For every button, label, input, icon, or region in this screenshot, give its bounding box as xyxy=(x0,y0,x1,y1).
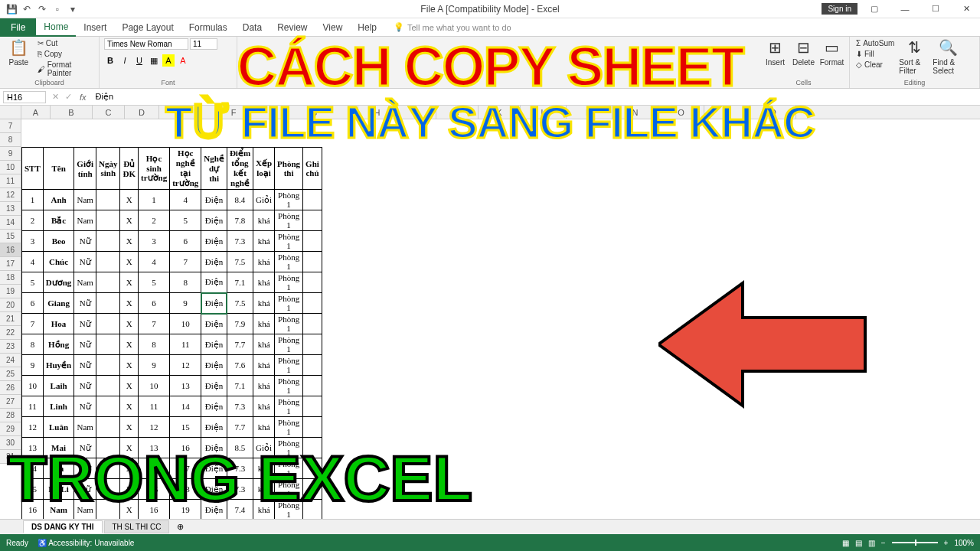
cell[interactable]: X xyxy=(120,376,139,396)
cell[interactable]: 8 xyxy=(138,334,169,355)
cell[interactable] xyxy=(96,355,120,376)
cell[interactable]: 8 xyxy=(170,272,201,293)
cell[interactable]: Nam xyxy=(74,500,96,520)
row-header[interactable]: 11 xyxy=(0,174,21,188)
cell[interactable]: khá xyxy=(253,210,275,231)
row-header[interactable]: 8 xyxy=(0,133,21,147)
find-select-button[interactable]: 🔍Find & Select xyxy=(933,38,963,75)
col-header[interactable]: H xyxy=(358,106,397,119)
cell[interactable]: Hoa xyxy=(43,314,74,334)
cell[interactable]: 9 xyxy=(138,355,169,376)
cell[interactable] xyxy=(303,479,322,500)
cell[interactable]: Hồng xyxy=(43,334,74,355)
cell[interactable]: 9 xyxy=(22,355,44,376)
cell[interactable]: 6 xyxy=(22,293,44,314)
enter-formula-icon[interactable]: ✓ xyxy=(62,92,75,102)
cell[interactable]: Phòng 1 xyxy=(275,210,303,231)
cell[interactable]: Phòng 1 xyxy=(275,272,303,293)
cell[interactable]: khá xyxy=(253,355,275,376)
cell[interactable] xyxy=(96,417,120,438)
tab-insert[interactable]: Insert xyxy=(76,19,114,36)
cell[interactable]: 8.4 xyxy=(227,190,253,210)
table-header[interactable]: Điểm tổng kết nghề xyxy=(227,148,253,190)
cell[interactable]: Dương xyxy=(43,272,74,293)
cell[interactable]: 5 xyxy=(22,272,44,293)
view-break-icon[interactable]: ▥ xyxy=(868,539,875,547)
col-header[interactable]: B xyxy=(51,106,93,119)
cell[interactable] xyxy=(303,376,322,396)
table-header[interactable]: Học sinh trường xyxy=(138,148,169,190)
cell[interactable]: Nữ xyxy=(74,479,96,500)
cell[interactable]: Giỏi xyxy=(253,438,275,458)
row-header[interactable]: 9 xyxy=(0,147,21,161)
cell[interactable]: Nam xyxy=(74,210,96,231)
cell[interactable]: Nam xyxy=(74,272,96,293)
row-header[interactable]: 12 xyxy=(0,188,21,202)
data-table[interactable]: STTTênGiới tínhNgày sinhĐủ ĐKHọc sinh tr… xyxy=(21,147,322,520)
cell[interactable]: X xyxy=(120,355,139,376)
save-icon[interactable]: 💾 xyxy=(6,4,17,15)
cell[interactable] xyxy=(96,190,120,210)
table-header[interactable]: STT xyxy=(22,148,44,190)
cell[interactable]: Điện xyxy=(201,438,227,458)
cell[interactable]: X xyxy=(120,458,139,479)
cell[interactable]: X xyxy=(120,252,139,272)
cell[interactable]: 15 xyxy=(22,479,44,500)
cell[interactable]: Điện xyxy=(201,190,227,210)
cell[interactable]: Điện xyxy=(201,355,227,376)
cell[interactable]: 13 xyxy=(138,438,169,458)
row-header[interactable]: 7 xyxy=(0,119,21,133)
sheet-tab[interactable]: TH SL THI CC xyxy=(104,520,170,533)
cell[interactable] xyxy=(96,479,120,500)
cell[interactable]: khá xyxy=(253,314,275,334)
view-page-icon[interactable]: ▤ xyxy=(855,539,862,547)
cell[interactable]: Nam xyxy=(74,417,96,438)
cell[interactable]: X xyxy=(120,500,139,520)
col-header[interactable]: P xyxy=(704,106,750,119)
cell[interactable]: X xyxy=(120,334,139,355)
font-color-button[interactable]: A xyxy=(177,54,189,67)
row-header[interactable]: 10 xyxy=(0,161,21,174)
cell[interactable]: 8 xyxy=(22,334,44,355)
cell[interactable]: 4 xyxy=(138,252,169,272)
cell[interactable]: Nữ xyxy=(74,458,96,479)
cell[interactable] xyxy=(303,417,322,438)
table-header[interactable]: Ngày sinh xyxy=(96,148,120,190)
tab-page-layout[interactable]: Page Layout xyxy=(114,19,181,36)
table-header[interactable]: Học nghề tại trường xyxy=(170,148,201,190)
cell[interactable]: 7.3 xyxy=(227,231,253,252)
cell[interactable]: Mai xyxy=(43,438,74,458)
cell[interactable]: 7.5 xyxy=(227,252,253,272)
redo-icon[interactable]: ↷ xyxy=(37,4,47,15)
cell[interactable]: Phòng 1 xyxy=(275,314,303,334)
cell[interactable]: 2 xyxy=(138,210,169,231)
cell[interactable]: khá xyxy=(253,231,275,252)
format-painter-button[interactable]: 🖌 Format Painter xyxy=(36,60,94,78)
row-header[interactable]: 29 xyxy=(0,422,21,436)
cell[interactable]: 7.7 xyxy=(227,334,253,355)
undo-icon[interactable]: ↶ xyxy=(21,4,32,15)
col-header[interactable]: O xyxy=(658,106,704,119)
cancel-formula-icon[interactable]: ✕ xyxy=(49,92,62,102)
cell[interactable]: Điện xyxy=(201,272,227,293)
sort-filter-button[interactable]: ⇅Sort & Filter xyxy=(899,38,929,75)
cell[interactable]: Điện xyxy=(201,417,227,438)
fill-color-button[interactable]: A xyxy=(162,54,175,67)
row-header[interactable]: 17 xyxy=(0,257,21,271)
col-header[interactable]: E xyxy=(159,106,198,119)
cell[interactable]: Phòng 1 xyxy=(275,355,303,376)
cell[interactable]: X xyxy=(120,479,139,500)
cell[interactable]: 7.3 xyxy=(227,479,253,500)
cell[interactable]: 6 xyxy=(138,293,169,314)
row-header[interactable]: 30 xyxy=(0,436,21,450)
row-header[interactable]: 28 xyxy=(0,409,21,422)
tab-home[interactable]: Home xyxy=(36,18,76,37)
cell[interactable]: Giang xyxy=(43,293,74,314)
cell[interactable]: 16 xyxy=(138,500,169,520)
row-header[interactable]: 15 xyxy=(0,230,21,243)
cell[interactable]: Phòng 1 xyxy=(275,396,303,417)
cell[interactable] xyxy=(303,252,322,272)
cell[interactable]: 6 xyxy=(170,231,201,252)
zoom-out-button[interactable]: − xyxy=(881,539,886,547)
cell[interactable]: Điện xyxy=(201,334,227,355)
